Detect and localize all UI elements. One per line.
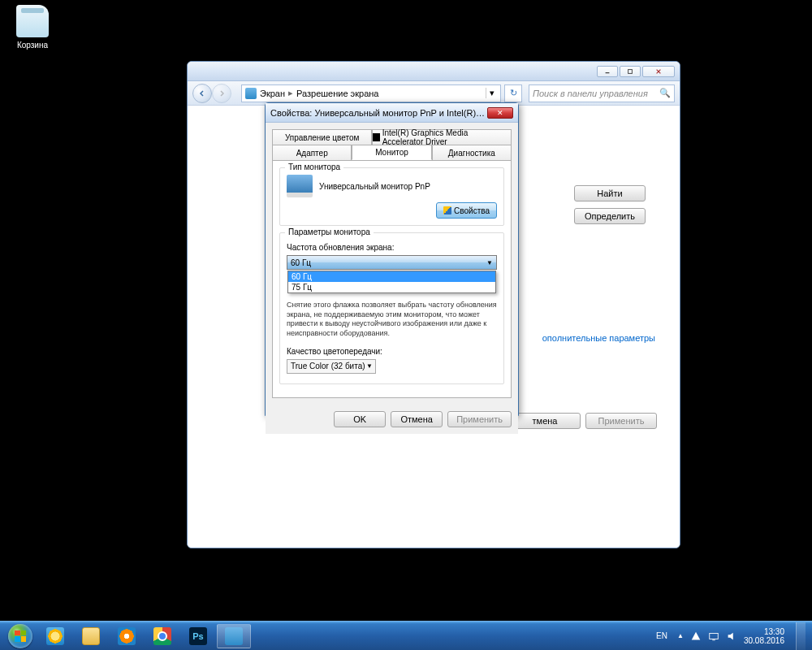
desktop-recycle-bin[interactable]: Корзина	[8, 5, 57, 50]
color-quality-dropdown[interactable]: True Color (32 бита)	[287, 359, 376, 374]
language-indicator[interactable]: EN	[653, 630, 671, 642]
outer-apply-button[interactable]: Применить	[585, 413, 657, 429]
clock-date: 30.08.2016	[744, 636, 784, 645]
color-quality-label: Качество цветопередачи:	[287, 347, 497, 356]
system-tray: EN ▲ 13:30 30.08.2016	[653, 622, 809, 650]
monitor-params-group: Параметры монитора Частота обновления эк…	[279, 232, 504, 384]
shield-icon	[443, 206, 451, 214]
action-center-icon[interactable]	[690, 630, 702, 642]
display-settings-icon	[225, 627, 243, 645]
svg-rect-5	[712, 639, 715, 640]
start-orb-icon	[8, 624, 32, 648]
nav-forward-button[interactable]	[212, 84, 231, 103]
breadcrumb-2[interactable]: Разрешение экрана	[296, 89, 378, 98]
dialog-ok-button[interactable]: OK	[334, 411, 386, 427]
titlebar	[188, 62, 680, 81]
photoshop-icon: Ps	[189, 627, 207, 645]
refresh-rate-dropdown[interactable]: 60 Гц 60 Гц 75 Гц	[287, 255, 497, 270]
dialog-cancel-button[interactable]: Отмена	[391, 411, 443, 427]
address-bar[interactable]: Экран ▸ Разрешение экрана ▾	[241, 84, 501, 102]
svg-rect-4	[710, 633, 719, 639]
search-input[interactable]: Поиск в панели управления 🔍	[529, 84, 675, 102]
monitor-type-group: Тип монитора Универсальный монитор PnP С…	[279, 167, 504, 226]
taskbar-chrome[interactable]	[145, 624, 179, 648]
monitor-params-label: Параметры монитора	[285, 228, 374, 236]
taskbar: Ps EN ▲ 13:30 30.08.2016	[0, 621, 812, 650]
tab-monitor[interactable]: Монитор	[352, 145, 431, 160]
recycle-bin-icon	[16, 5, 49, 37]
network-icon[interactable]	[708, 630, 719, 642]
search-icon: 🔍	[659, 88, 671, 98]
tab-content: Тип монитора Универсальный монитор PnP С…	[272, 160, 512, 398]
monitor-properties-dialog: Свойства: Универсальный монитор PnP и In…	[265, 102, 519, 416]
monitor-icon	[287, 175, 313, 197]
tab-intel-driver[interactable]: Intel(R) Graphics Media Accelerator Driv…	[372, 129, 512, 145]
dialog-titlebar[interactable]: Свойства: Универсальный монитор PnP и In…	[266, 103, 518, 123]
refresh-option-60[interactable]: 60 Гц	[288, 271, 495, 282]
taskbar-display-settings[interactable]	[217, 624, 251, 648]
refresh-option-75[interactable]: 75 Гц	[288, 282, 495, 292]
tray-chevron-icon[interactable]: ▲	[677, 632, 684, 639]
dialog-title: Свойства: Универсальный монитор PnP и In…	[270, 108, 487, 118]
refresh-button[interactable]: ↻	[504, 84, 522, 102]
find-button[interactable]: Найти	[574, 185, 646, 202]
tab-adapter[interactable]: Адаптер	[272, 145, 352, 160]
outer-cancel-button[interactable]: тмена	[509, 413, 581, 429]
taskbar-wmp[interactable]	[110, 624, 144, 648]
maximize-button[interactable]	[620, 66, 641, 77]
monitor-name: Универсальный монитор PnP	[319, 182, 430, 191]
taskbar-explorer[interactable]	[74, 624, 108, 648]
display-icon	[245, 88, 257, 99]
search-placeholder: Поиск в панели управления	[533, 89, 648, 98]
refresh-rate-current: 60 Гц	[291, 258, 311, 267]
identify-button[interactable]: Определить	[574, 208, 646, 224]
intel-icon	[373, 133, 379, 141]
advanced-settings-link[interactable]: ополнительные параметры	[542, 333, 655, 343]
folder-icon	[82, 627, 100, 645]
dialog-close-button[interactable]: ✕	[487, 107, 513, 119]
chrome-icon	[153, 627, 171, 645]
taskbar-ie[interactable]	[38, 624, 72, 648]
start-button[interactable]	[3, 622, 37, 650]
recycle-bin-label: Корзина	[8, 41, 57, 50]
dialog-apply-button[interactable]: Применить	[447, 411, 512, 427]
close-button[interactable]	[642, 66, 675, 77]
tab-diagnostics[interactable]: Диагностика	[432, 145, 512, 160]
taskbar-photoshop[interactable]: Ps	[181, 624, 215, 648]
refresh-rate-label: Частота обновления экрана:	[287, 243, 497, 252]
show-desktop-button[interactable]	[796, 622, 806, 650]
address-dropdown[interactable]: ▾	[486, 88, 497, 98]
breadcrumb-separator: ▸	[288, 88, 293, 98]
nav-back-button[interactable]	[192, 84, 212, 103]
wmp-icon	[118, 627, 136, 645]
clock[interactable]: 13:30 30.08.2016	[744, 627, 784, 645]
ie-icon	[46, 627, 64, 645]
minimize-button[interactable]	[597, 66, 618, 77]
svg-rect-1	[628, 69, 633, 73]
clock-time: 13:30	[744, 627, 784, 636]
tab-color-management[interactable]: Управление цветом	[272, 129, 372, 145]
volume-icon[interactable]	[726, 630, 737, 642]
breadcrumb-1[interactable]: Экран	[260, 89, 285, 98]
refresh-rate-options: 60 Гц 75 Гц	[287, 271, 496, 293]
monitor-type-label: Тип монитора	[285, 162, 343, 171]
dialog-button-row: OK Отмена Применить	[266, 405, 518, 434]
refresh-help-text: Снятие этого флажка позволяет выбрать ча…	[287, 301, 497, 339]
monitor-properties-button[interactable]: Свойства	[436, 202, 497, 219]
